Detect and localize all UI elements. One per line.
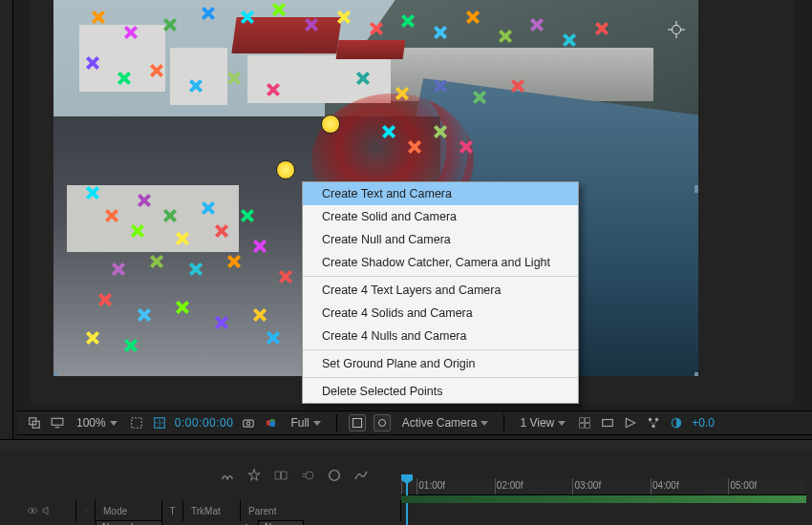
views-value: 1 View [520,416,554,430]
gear-icon[interactable] [84,506,87,515]
channel-icon[interactable] [264,415,279,430]
menu-item-create-shadow-catcher[interactable]: Create Shadow Catcher, Camera and Light [303,251,578,274]
svg-point-34 [330,471,340,481]
timeline-toolbar [220,465,392,488]
zoom-value: 100% [76,416,106,430]
ruler-tick: 02:00f [495,478,573,494]
viewer-toolbar: 100% 0:00:00:00 Full Active Camera 1 Vie… [17,410,812,435]
grid-button[interactable] [577,415,592,430]
chevron-down-icon [481,421,488,426]
svg-rect-21 [586,418,590,423]
graph-editor-icon[interactable] [327,468,344,485]
menu-item-create-4-text[interactable]: Create 4 Text Layers and Camera [303,279,578,302]
timeline-layer-row[interactable]: Normal None [19,518,401,525]
track-point-selected[interactable] [276,160,295,179]
fast-previews-button[interactable] [623,415,638,430]
svg-point-27 [652,425,656,429]
snapshot-icon[interactable] [241,415,256,430]
transparency-grid-icon[interactable] [152,415,167,430]
svg-point-26 [655,418,659,422]
chevron-down-icon [313,421,321,426]
svg-rect-9 [131,418,141,429]
ruler-tick: 01:00f [417,478,495,494]
view-mode-value: Active Camera [402,416,478,430]
svg-point-36 [32,510,33,512]
flowchart-button[interactable] [646,415,661,430]
work-area-bar[interactable] [401,495,806,503]
mode-dropdown[interactable]: Normal [96,520,162,526]
selection-handle[interactable] [694,185,698,193]
graph-icon[interactable] [353,468,371,485]
exposure-icon[interactable] [669,415,684,430]
view-mode-dropdown[interactable]: Active Camera [398,414,493,431]
svg-rect-22 [580,424,585,429]
timecode-display[interactable]: 0:00:00:00 [175,416,234,430]
mask-view-button[interactable] [374,414,391,431]
svg-rect-23 [586,424,590,429]
chevron-down-icon [110,421,118,426]
svg-rect-20 [580,418,585,423]
motion-blur-icon[interactable] [300,468,317,485]
pickwhip-icon[interactable] [241,521,252,525]
menu-item-create-solid-camera[interactable]: Create Solid and Camera [303,205,578,228]
svg-point-0 [673,26,681,34]
ruler-tick: 03:00f [572,478,651,494]
resolution-dropdown[interactable]: Full [287,414,324,431]
svg-rect-24 [603,420,613,427]
pixel-aspect-button[interactable] [600,415,615,430]
chevron-down-icon [558,421,566,426]
monitor-icon[interactable] [50,415,65,430]
track-point-selected[interactable] [321,115,340,134]
svg-point-17 [270,421,276,427]
menu-item-set-ground-plane[interactable]: Set Ground Plane and Origin [303,352,578,375]
frame-blend-icon[interactable] [273,468,290,485]
timeline-panel: 01:00f 02:00f 03:00f 04:00f 05:00f Mode … [0,439,812,525]
menu-item-create-4-solids[interactable]: Create 4 Solids and Camera [303,302,578,325]
svg-rect-29 [275,472,280,479]
speaker-icon[interactable] [41,505,53,516]
zoom-dropdown[interactable]: 100% [73,414,121,431]
menu-item-delete-points[interactable]: Delete Selected Points [303,380,578,403]
exposure-value[interactable]: +0.0 [692,416,715,430]
fx-icon[interactable] [246,468,264,485]
svg-rect-7 [52,418,63,425]
views-dropdown[interactable]: 1 View [516,414,569,431]
roi-icon[interactable] [129,415,144,430]
resolution-value: Full [290,416,309,430]
ruler-tick: 05:00f [728,478,806,494]
safe-zones-button[interactable] [349,414,366,431]
svg-rect-13 [244,420,254,427]
time-ruler[interactable]: 01:00f 02:00f 03:00f 04:00f 05:00f [401,478,806,495]
svg-point-37 [85,510,87,512]
svg-rect-18 [353,419,361,428]
ruler-tick: 04:00f [651,478,729,494]
shy-icon[interactable] [220,468,237,485]
playhead[interactable] [401,474,413,497]
magnify-icon[interactable] [27,415,42,430]
parent-dropdown[interactable]: None [258,520,304,526]
context-menu: Create Text and Camera Create Solid and … [302,181,579,404]
selection-handle[interactable] [53,372,57,376]
menu-item-create-4-nulls[interactable]: Create 4 Nulls and Camera [303,325,578,347]
svg-point-14 [247,422,251,426]
menu-item-create-null-camera[interactable]: Create Null and Camera [303,228,578,251]
svg-point-19 [378,420,385,427]
svg-point-31 [306,472,313,479]
eye-icon[interactable] [27,505,38,516]
crosshair-icon [668,21,685,38]
svg-point-25 [649,418,652,422]
selection-handle[interactable] [694,372,698,376]
svg-rect-30 [282,472,287,479]
menu-item-create-text-camera[interactable]: Create Text and Camera [303,182,578,205]
